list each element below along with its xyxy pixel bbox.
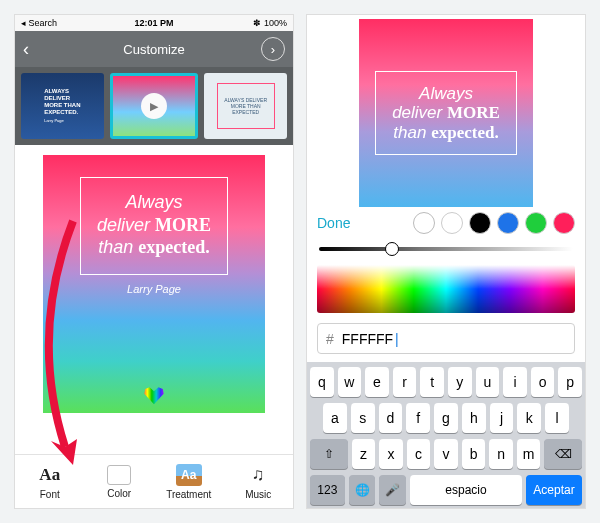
key-space[interactable]: espacio — [410, 475, 522, 505]
template-1[interactable]: ALWAYSDELIVER MORE THANEXPECTED. Larry P… — [21, 73, 104, 139]
add-swatch-button[interactable] — [413, 212, 435, 234]
key-u[interactable]: u — [476, 367, 500, 397]
key-backspace[interactable]: ⌫ — [544, 439, 582, 469]
swatch-white[interactable] — [441, 212, 463, 234]
quote-frame-2: Always deliver MORE than expected. — [375, 71, 517, 156]
key-s[interactable]: s — [351, 403, 375, 433]
key-v[interactable]: v — [434, 439, 458, 469]
quote-line-2: deliver MORE — [97, 215, 211, 236]
tab-font[interactable]: AaFont — [15, 455, 85, 508]
nav-title: Customize — [15, 42, 293, 57]
key-i[interactable]: i — [503, 367, 527, 397]
keyboard: qwertyuiop asdfghjkl ⇧ zxcvbnm ⌫ 123 🌐 🎤… — [307, 362, 585, 508]
quote-line-1: Always — [97, 192, 211, 213]
color-icon — [107, 465, 131, 485]
swatch-blue[interactable] — [497, 212, 519, 234]
key-p[interactable]: p — [558, 367, 582, 397]
key-d[interactable]: d — [379, 403, 403, 433]
template-1-text: ALWAYSDELIVER MORE THANEXPECTED. Larry P… — [40, 88, 84, 125]
key-b[interactable]: b — [462, 439, 486, 469]
key-j[interactable]: j — [490, 403, 514, 433]
kb-row-2: asdfghjkl — [310, 403, 582, 433]
text-cursor: | — [395, 331, 399, 347]
canvas-area: Always deliver MORE than expected. Larry… — [15, 145, 293, 454]
back-chevron-icon[interactable]: ‹ — [23, 39, 29, 60]
done-button[interactable]: Done — [317, 215, 407, 231]
key-n[interactable]: n — [489, 439, 513, 469]
hex-value: FFFFFF — [342, 331, 393, 347]
key-k[interactable]: k — [517, 403, 541, 433]
key-w[interactable]: w — [338, 367, 362, 397]
key-e[interactable]: e — [365, 367, 389, 397]
slider-track — [319, 247, 573, 251]
status-bar: ◂ Search 12:01 PM ✽ 100% — [15, 15, 293, 31]
template-2-selected[interactable]: ▶ — [110, 73, 199, 139]
key-h[interactable]: h — [462, 403, 486, 433]
key-f[interactable]: f — [406, 403, 430, 433]
next-button[interactable]: › — [261, 37, 285, 61]
poster-preview-small[interactable]: Always deliver MORE than expected. — [359, 19, 533, 207]
key-accept[interactable]: Aceptar — [526, 475, 582, 505]
key-o[interactable]: o — [531, 367, 555, 397]
key-shift[interactable]: ⇧ — [310, 439, 348, 469]
kb-row-1: qwertyuiop — [310, 367, 582, 397]
quote-author: Larry Page — [127, 283, 181, 295]
key-z[interactable]: z — [352, 439, 376, 469]
key-r[interactable]: r — [393, 367, 417, 397]
key-y[interactable]: y — [448, 367, 472, 397]
key-numbers[interactable]: 123 — [310, 475, 345, 505]
heart-icon — [143, 385, 165, 407]
key-x[interactable]: x — [379, 439, 403, 469]
preview-area: Always deliver MORE than expected. — [307, 15, 585, 207]
swatch-red[interactable] — [553, 212, 575, 234]
hash-label: # — [326, 331, 334, 347]
key-t[interactable]: t — [420, 367, 444, 397]
play-icon[interactable]: ▶ — [141, 93, 167, 119]
music-icon: ♫ — [243, 464, 273, 486]
key-a[interactable]: a — [323, 403, 347, 433]
brightness-slider[interactable] — [307, 239, 585, 259]
kb-row-4: 123 🌐 🎤 espacio Aceptar — [310, 475, 582, 505]
quote-frame: Always deliver MORE than expected. — [80, 177, 228, 275]
key-q[interactable]: q — [310, 367, 334, 397]
poster-preview[interactable]: Always deliver MORE than expected. Larry… — [43, 155, 265, 413]
phone-left: ◂ Search 12:01 PM ✽ 100% ‹ Customize › A… — [14, 14, 294, 509]
tab-color[interactable]: Color — [85, 455, 155, 508]
swatch-bar: Done — [307, 207, 585, 239]
status-time: 12:01 PM — [15, 18, 293, 28]
kb-row-3: ⇧ zxcvbnm ⌫ — [310, 439, 582, 469]
swatch-black[interactable] — [469, 212, 491, 234]
bottom-tabs: AaFont Color AaTreatment ♫Music — [15, 454, 293, 508]
key-m[interactable]: m — [517, 439, 541, 469]
key-mic[interactable]: 🎤 — [379, 475, 406, 505]
font-icon: Aa — [35, 464, 65, 486]
color-spectrum[interactable] — [317, 265, 575, 313]
template-3-text: ALWAYS DELIVER MORE THAN EXPECTED — [217, 83, 275, 129]
template-3[interactable]: ALWAYS DELIVER MORE THAN EXPECTED — [204, 73, 287, 139]
hex-field[interactable]: # FFFFFF| — [317, 323, 575, 354]
nav-bar: ‹ Customize › — [15, 31, 293, 67]
quote-line-3: than expected. — [97, 237, 211, 258]
key-c[interactable]: c — [407, 439, 431, 469]
key-g[interactable]: g — [434, 403, 458, 433]
swatch-green[interactable] — [525, 212, 547, 234]
tab-treatment[interactable]: AaTreatment — [154, 455, 224, 508]
key-l[interactable]: l — [545, 403, 569, 433]
treatment-icon: Aa — [176, 464, 202, 486]
key-globe[interactable]: 🌐 — [349, 475, 376, 505]
tab-music[interactable]: ♫Music — [224, 455, 294, 508]
template-strip: ALWAYSDELIVER MORE THANEXPECTED. Larry P… — [15, 67, 293, 145]
slider-knob[interactable] — [385, 242, 399, 256]
phone-right: Always deliver MORE than expected. Done … — [306, 14, 586, 509]
